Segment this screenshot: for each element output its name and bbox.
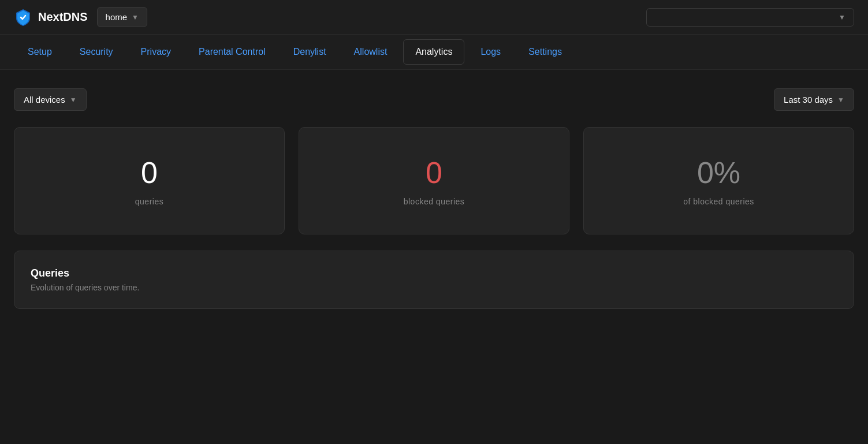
header: NextDNS home ▼ ▼ [0,0,868,35]
chevron-down-icon: ▼ [839,13,845,21]
blocked-percent-value: 0% [697,155,740,190]
time-filter-dropdown[interactable]: Last 30 days ▼ [774,88,854,111]
queries-card-subtitle: Evolution of queries over time. [31,283,837,292]
nav-item-settings[interactable]: Settings [515,35,576,69]
nav-item-logs[interactable]: Logs [467,35,515,69]
navigation: Setup Security Privacy Parental Control … [0,35,868,70]
filters-row: All devices ▼ Last 30 days ▼ [14,88,854,111]
queries-card-title: Queries [31,267,837,279]
queries-value: 0 [141,155,158,190]
nav-item-parental-control[interactable]: Parental Control [185,35,280,69]
stats-grid: 0 queries 0 blocked queries 0% of blocke… [14,127,854,234]
logo-icon [14,8,32,27]
nav-item-security[interactable]: Security [66,35,127,69]
chevron-down-icon: ▼ [132,13,139,21]
nav-item-allowlist[interactable]: Allowlist [340,35,401,69]
stat-card-blocked-percent: 0% of blocked queries [583,127,854,234]
blocked-percent-label: of blocked queries [683,197,754,206]
search-dropdown[interactable]: ▼ [646,8,854,27]
nav-item-privacy[interactable]: Privacy [127,35,185,69]
blocked-queries-value: 0 [426,155,442,190]
blocked-queries-label: blocked queries [404,197,465,206]
time-filter-label: Last 30 days [784,95,833,105]
profile-label: home [106,12,128,22]
chevron-down-icon: ▼ [837,96,844,104]
queries-card: Queries Evolution of queries over time. [14,251,854,309]
device-filter-label: All devices [24,95,65,105]
stat-card-blocked-queries: 0 blocked queries [299,127,569,234]
nav-item-analytics[interactable]: Analytics [403,39,464,65]
device-filter-dropdown[interactable]: All devices ▼ [14,88,87,111]
main-content: All devices ▼ Last 30 days ▼ 0 queries 0… [0,70,868,327]
logo: NextDNS [14,8,88,27]
header-left: NextDNS home ▼ [14,7,147,27]
profile-dropdown[interactable]: home ▼ [97,7,147,27]
queries-label: queries [135,197,163,206]
chevron-down-icon: ▼ [70,96,77,104]
nav-item-setup[interactable]: Setup [14,35,66,69]
header-right: ▼ [646,8,854,27]
stat-card-queries: 0 queries [14,127,285,234]
logo-text: NextDNS [38,10,88,24]
nav-item-denylist[interactable]: Denylist [280,35,340,69]
